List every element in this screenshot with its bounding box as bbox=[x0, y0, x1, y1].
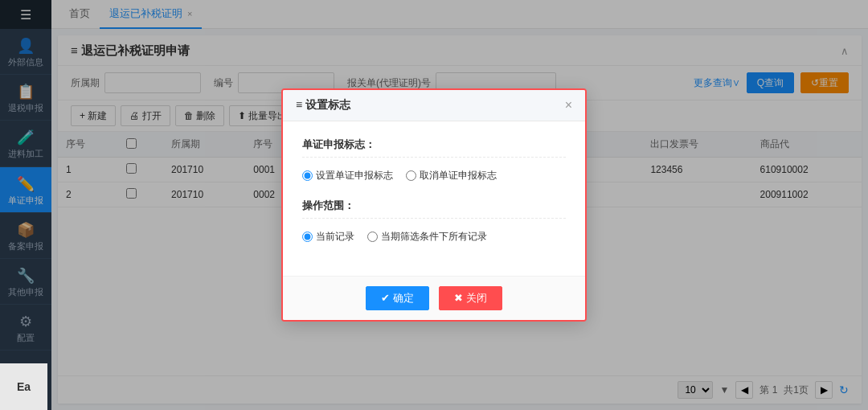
document-flag-section: 单证申报标志： 设置单证申报标志 取消单证申报标志 bbox=[302, 137, 566, 186]
radio-all-input[interactable] bbox=[367, 232, 378, 242]
radio-current-label: 当前记录 bbox=[316, 230, 354, 244]
radio-set-flag-input[interactable] bbox=[302, 170, 313, 181]
radio-cancel-flag-input[interactable] bbox=[406, 170, 416, 181]
bottom-label: Ea bbox=[0, 363, 47, 410]
close-modal-btn[interactable]: ✖ 关闭 bbox=[439, 286, 502, 310]
confirm-btn[interactable]: ✔ 确定 bbox=[366, 286, 429, 310]
radio-current-record[interactable]: 当前记录 bbox=[302, 230, 354, 244]
radio-current-input[interactable] bbox=[302, 232, 313, 242]
section1-title: 单证申报标志： bbox=[302, 137, 566, 158]
section2-title: 操作范围： bbox=[302, 199, 566, 219]
operation-scope-radio-group: 当前记录 当期筛选条件下所有记录 bbox=[302, 227, 566, 247]
modal-title: ≡ 设置标志 bbox=[296, 98, 350, 113]
modal-body: 单证申报标志： 设置单证申报标志 取消单证申报标志 操作范围： bbox=[283, 121, 585, 276]
modal-overlay: ≡ 设置标志 × 单证申报标志： 设置单证申报标志 取消单证申报标志 bbox=[0, 0, 868, 410]
radio-set-flag[interactable]: 设置单证申报标志 bbox=[302, 169, 393, 182]
set-flag-modal: ≡ 设置标志 × 单证申报标志： 设置单证申报标志 取消单证申报标志 bbox=[281, 88, 587, 322]
modal-footer: ✔ 确定 ✖ 关闭 bbox=[283, 276, 585, 320]
radio-cancel-flag-label: 取消单证申报标志 bbox=[420, 169, 497, 182]
modal-header: ≡ 设置标志 × bbox=[283, 90, 585, 121]
radio-set-flag-label: 设置单证申报标志 bbox=[316, 169, 393, 182]
radio-all-records[interactable]: 当期筛选条件下所有记录 bbox=[367, 230, 487, 244]
operation-scope-section: 操作范围： 当前记录 当期筛选条件下所有记录 bbox=[302, 199, 566, 247]
radio-cancel-flag[interactable]: 取消单证申报标志 bbox=[406, 169, 497, 182]
document-flag-radio-group: 设置单证申报标志 取消单证申报标志 bbox=[302, 166, 566, 186]
modal-close-btn[interactable]: × bbox=[565, 98, 572, 113]
radio-all-label: 当期筛选条件下所有记录 bbox=[381, 230, 487, 244]
